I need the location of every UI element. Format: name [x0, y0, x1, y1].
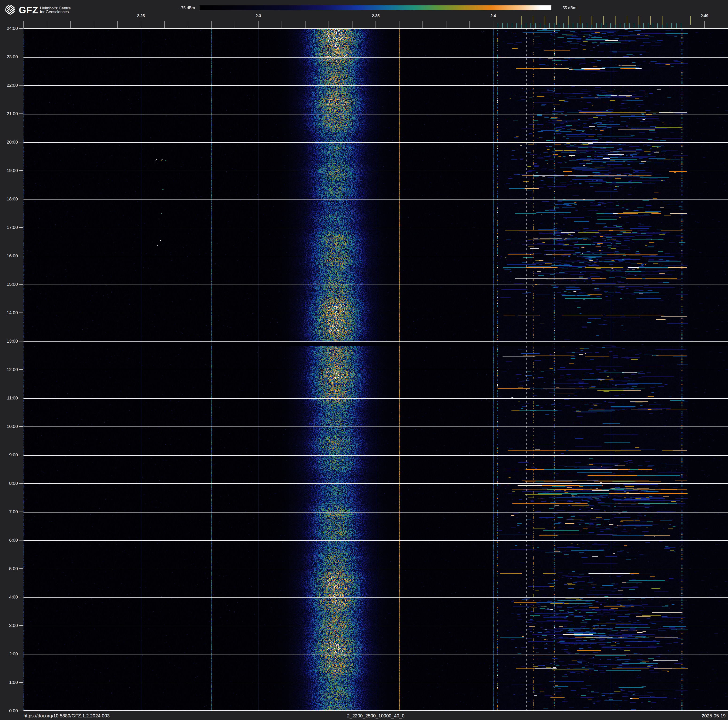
frequency-tick — [211, 21, 212, 28]
spectrogram-canvas — [23, 28, 728, 711]
logo-acronym: GFZ — [19, 5, 38, 15]
wifi-channel-tick — [603, 16, 604, 25]
time-tick — [19, 540, 23, 541]
gfz-logo-icon — [5, 5, 15, 15]
time-tick-label: 15:00 — [0, 282, 18, 287]
frequency-tick — [399, 21, 399, 28]
ble-channel-tick — [601, 23, 601, 28]
ble-channel-tick — [526, 23, 526, 28]
footer-date: 2025-05-19 — [702, 713, 726, 718]
wifi-channel-tick — [544, 16, 545, 25]
time-tick — [19, 597, 23, 597]
ble-channel-tick — [516, 23, 517, 28]
ble-channel-tick — [596, 23, 597, 28]
ble-channel-tick — [531, 23, 531, 28]
time-tick-label: 9:00 — [0, 452, 18, 458]
time-tick — [19, 170, 23, 171]
time-tick — [19, 113, 23, 114]
frequency-tick — [117, 21, 118, 28]
frequency-tick — [141, 21, 141, 28]
time-tick-label: 10:00 — [0, 424, 18, 429]
wifi-channel-tick — [650, 16, 651, 25]
time-tick-label: 21:00 — [0, 111, 18, 116]
time-tick — [19, 711, 23, 711]
time-tick-label: 0:00 — [0, 708, 18, 714]
time-tick-label: 14:00 — [0, 310, 18, 316]
time-tick-label: 16:00 — [0, 253, 18, 259]
time-tick-label: 17:00 — [0, 225, 18, 230]
ble-channel-tick — [653, 23, 653, 28]
wifi-channel-tick — [627, 16, 627, 25]
ble-channel-tick — [624, 23, 625, 28]
time-tick — [19, 426, 23, 427]
ble-channel-tick — [648, 23, 648, 28]
colorbar-max-label: -55 dBm — [561, 5, 608, 10]
time-tick-label: 5:00 — [0, 566, 18, 571]
ble-channel-tick — [610, 23, 611, 28]
time-tick-label: 6:00 — [0, 538, 18, 543]
wifi-channel-tick — [592, 16, 592, 25]
logo-subtitle: Helmholtz Centre for Geosciences — [40, 6, 71, 14]
wifi-channel-tick — [662, 16, 662, 25]
time-tick — [19, 369, 23, 370]
wifi-channel-tick — [615, 16, 615, 25]
frequency-tick-label: 2.4 — [490, 14, 496, 18]
time-tick — [19, 568, 23, 569]
frequency-tick-label: 2.25 — [137, 14, 145, 18]
wifi-channel-tick — [568, 16, 569, 25]
time-tick — [19, 199, 23, 199]
time-tick — [19, 682, 23, 683]
wifi-channel-tick — [690, 16, 691, 25]
time-tick-label: 24:00 — [0, 26, 18, 31]
wifi-channel-tick — [580, 16, 580, 25]
time-tick — [19, 28, 23, 29]
time-tick — [19, 483, 23, 484]
frequency-tick — [281, 21, 282, 28]
time-tick-label: 20:00 — [0, 139, 18, 145]
time-tick — [19, 227, 23, 228]
ble-channel-tick — [671, 23, 672, 28]
ble-channel-tick — [498, 23, 498, 28]
ble-channel-tick — [549, 23, 550, 28]
time-tick — [19, 455, 23, 455]
frequency-tick — [70, 21, 71, 28]
footer-dataset-id: 2_2200_2500_10000_40_0 — [23, 713, 728, 718]
frequency-tick — [470, 21, 470, 28]
ble-channel-tick — [502, 23, 503, 28]
frequency-tick — [94, 21, 94, 28]
ble-channel-tick — [573, 23, 573, 28]
time-tick-label: 22:00 — [0, 83, 18, 88]
ble-channel-tick — [535, 23, 536, 28]
ble-channel-tick — [620, 23, 620, 28]
time-tick — [19, 625, 23, 626]
time-tick — [19, 313, 23, 313]
frequency-tick — [47, 21, 47, 28]
frequency-tick — [164, 21, 165, 28]
time-tick-label: 19:00 — [0, 168, 18, 173]
plot-bottom-axis-line — [23, 711, 728, 711]
time-tick-label: 11:00 — [0, 395, 18, 401]
wifi-channel-tick — [521, 16, 522, 25]
frequency-tick-label: 2.35 — [372, 14, 379, 18]
ble-channel-tick — [657, 23, 658, 28]
ble-channel-tick — [667, 23, 667, 28]
ble-channel-tick — [676, 23, 677, 28]
time-tick — [19, 284, 23, 285]
ble-channel-tick — [582, 23, 583, 28]
time-tick — [19, 85, 23, 86]
frequency-tick-label: 2.49 — [700, 14, 708, 18]
frequency-tick — [493, 21, 493, 28]
frequency-tick — [23, 21, 24, 28]
time-tick-label: 13:00 — [0, 339, 18, 344]
ble-channel-tick — [629, 23, 630, 28]
frequency-tick — [305, 21, 306, 28]
ble-channel-tick — [507, 23, 508, 28]
time-tick-label: 4:00 — [0, 594, 18, 600]
ble-channel-tick — [681, 23, 681, 28]
ble-channel-tick — [512, 23, 512, 28]
frequency-tick — [329, 21, 329, 28]
ble-channel-tick — [578, 23, 578, 28]
gfz-spectrogram-page: GFZ Helmholtz Centre for Geosciences -75… — [0, 0, 728, 720]
time-tick — [19, 57, 23, 57]
wifi-channel-tick — [533, 16, 533, 25]
